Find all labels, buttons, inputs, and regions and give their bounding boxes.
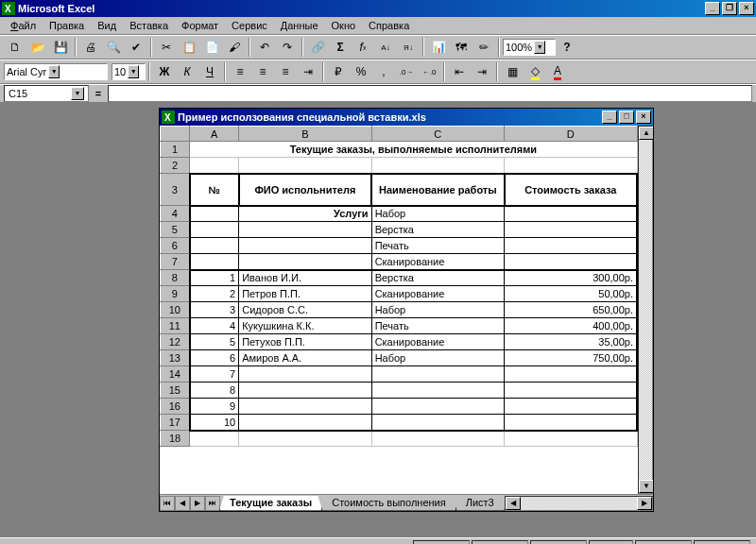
table-cell[interactable]: 50,00р. <box>505 286 637 302</box>
table-cell[interactable]: 300,00р. <box>505 270 637 286</box>
formula-input[interactable] <box>108 85 752 102</box>
table-cell[interactable]: 6 <box>190 350 239 366</box>
table-cell[interactable] <box>239 366 371 382</box>
size-combo[interactable]: 10▼ <box>112 63 146 80</box>
format-painter-icon[interactable]: 🖌 <box>224 37 245 58</box>
table-cell[interactable]: 35,00р. <box>505 334 637 350</box>
autosum-icon[interactable]: Σ <box>330 37 351 58</box>
table-cell[interactable]: 9 <box>190 399 239 415</box>
table-cell[interactable] <box>239 382 371 399</box>
merge-center-icon[interactable]: ⇥ <box>298 61 318 82</box>
tab-first-icon[interactable]: ⏮ <box>160 496 175 511</box>
minimize-button[interactable]: _ <box>705 2 720 15</box>
menu-view[interactable]: Вид <box>91 19 123 32</box>
dec-indent-icon[interactable]: ⇤ <box>449 61 470 82</box>
services-label[interactable]: Услуги <box>239 206 371 222</box>
zoom-combo[interactable]: 100%▼ <box>503 39 556 56</box>
row-14[interactable]: 14 <box>161 366 190 382</box>
th-work[interactable]: Наименование работы <box>371 174 504 206</box>
dec-decimal-icon[interactable]: ←.0 <box>419 61 439 82</box>
row-11[interactable]: 11 <box>161 318 190 334</box>
font-color-icon[interactable]: A <box>547 61 568 82</box>
inc-indent-icon[interactable]: ⇥ <box>472 61 492 82</box>
row-8[interactable]: 8 <box>161 270 190 286</box>
sheet-tab-2[interactable]: Стоимость выполнения <box>321 496 456 511</box>
percent-icon[interactable]: % <box>351 61 371 82</box>
save-icon[interactable]: 💾 <box>50 37 71 58</box>
row-17[interactable]: 17 <box>161 415 190 431</box>
th-fio[interactable]: ФИО испольнителя <box>239 174 371 206</box>
menu-format[interactable]: Формат <box>175 19 225 32</box>
align-right-icon[interactable]: ≡ <box>275 61 296 82</box>
table-cell[interactable]: Набор <box>371 302 504 318</box>
scroll-left-icon[interactable]: ◀ <box>506 497 521 510</box>
table-cell[interactable]: Кукушкина К.К. <box>239 318 371 334</box>
table-cell[interactable]: Сканирование <box>371 286 504 302</box>
font-combo[interactable]: Arial Cyr▼ <box>4 63 108 80</box>
tab-next-icon[interactable]: ▶ <box>190 496 205 511</box>
table-cell[interactable]: 650,00р. <box>505 302 637 318</box>
row-1[interactable]: 1 <box>161 142 190 158</box>
table-cell[interactable]: Верстка <box>371 270 504 286</box>
table-cell[interactable]: Амиров А.А. <box>239 350 371 366</box>
bold-icon[interactable]: Ж <box>154 61 175 82</box>
help-icon[interactable]: ? <box>557 37 577 58</box>
align-left-icon[interactable]: ≡ <box>230 61 250 82</box>
table-cell[interactable] <box>371 399 504 415</box>
align-center-icon[interactable]: ≡ <box>252 61 273 82</box>
table-cell[interactable]: 400,00р. <box>505 318 637 334</box>
redo-icon[interactable]: ↷ <box>277 37 298 58</box>
scroll-down-icon[interactable]: ▼ <box>639 480 653 493</box>
borders-icon[interactable]: ▦ <box>502 61 523 82</box>
table-cell[interactable] <box>371 366 504 382</box>
function-icon[interactable]: fx <box>352 37 373 58</box>
th-cost[interactable]: Стоимость заказа <box>505 174 637 206</box>
drawing-icon[interactable]: ✏ <box>473 37 494 58</box>
wb-maximize-button[interactable]: □ <box>619 110 634 124</box>
row-15[interactable]: 15 <box>161 382 190 399</box>
table-cell[interactable] <box>371 382 504 399</box>
col-B[interactable]: B <box>239 127 371 142</box>
row-4[interactable]: 4 <box>161 206 190 222</box>
table-cell[interactable] <box>239 415 371 431</box>
table-cell[interactable]: Печать <box>371 318 504 334</box>
tab-prev-icon[interactable]: ◀ <box>175 496 190 511</box>
spell-icon[interactable]: ✔ <box>126 37 146 58</box>
sort-asc-icon[interactable]: A↓ <box>375 37 396 58</box>
table-cell[interactable] <box>505 415 637 431</box>
inc-decimal-icon[interactable]: .0→ <box>396 61 417 82</box>
table-cell[interactable]: Иванов И.И. <box>239 270 371 286</box>
sheet-tab-1[interactable]: Текущие заказы <box>219 496 322 511</box>
new-icon[interactable]: 🗋 <box>5 37 26 58</box>
col-C[interactable]: C <box>371 127 504 142</box>
sort-desc-icon[interactable]: Я↓ <box>398 37 419 58</box>
table-cell[interactable]: Сидоров С.С. <box>239 302 371 318</box>
col-A[interactable]: A <box>190 127 239 142</box>
col-D[interactable]: D <box>505 127 637 142</box>
wb-minimize-button[interactable]: _ <box>602 110 617 124</box>
table-cell[interactable]: 8 <box>190 382 239 399</box>
table-cell[interactable]: 1 <box>190 270 239 286</box>
table-title[interactable]: Текущие заказы, выполняемые исполнителям… <box>190 142 637 158</box>
horizontal-scrollbar[interactable]: ◀ ▶ <box>505 496 653 511</box>
vertical-scrollbar[interactable]: ▲ ▼ <box>638 126 653 494</box>
row-9[interactable]: 9 <box>161 286 190 302</box>
fill-color-icon[interactable]: ◇ <box>524 61 545 82</box>
table-cell[interactable]: Петров П.П. <box>239 286 371 302</box>
scroll-up-icon[interactable]: ▲ <box>639 127 653 140</box>
name-box[interactable]: C15▼ <box>4 85 89 102</box>
row-10[interactable]: 10 <box>161 302 190 318</box>
chart-icon[interactable]: 📊 <box>428 37 449 58</box>
open-icon[interactable]: 📂 <box>27 37 48 58</box>
menu-data[interactable]: Данные <box>274 19 325 32</box>
table-cell[interactable]: 3 <box>190 302 239 318</box>
table-cell[interactable]: 750,00р. <box>505 350 637 366</box>
menu-tools[interactable]: Сервис <box>225 19 274 32</box>
preview-icon[interactable]: 🔍 <box>103 37 124 58</box>
close-button[interactable]: × <box>739 2 754 15</box>
wb-close-button[interactable]: × <box>636 110 651 124</box>
currency-icon[interactable]: ₽ <box>328 61 349 82</box>
table-cell[interactable] <box>239 399 371 415</box>
table-cell[interactable]: Петухов П.П. <box>239 334 371 350</box>
row-6[interactable]: 6 <box>161 238 190 254</box>
